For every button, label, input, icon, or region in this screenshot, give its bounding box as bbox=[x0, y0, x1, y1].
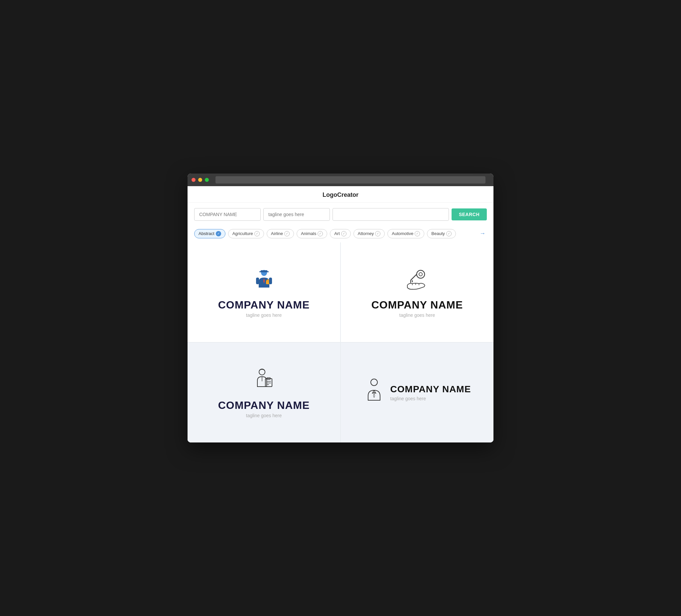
filter-chip-airline[interactable]: Airline ✓ bbox=[267, 229, 294, 238]
filter-label: Art bbox=[334, 231, 340, 236]
logo-card-3[interactable]: COMPANY NAME tagline goes here bbox=[187, 343, 340, 442]
filter-chip-beauty[interactable]: Beauty ✓ bbox=[427, 229, 456, 238]
filter-label: Airline bbox=[271, 231, 283, 236]
logo-tagline-2: tagline goes here bbox=[399, 312, 435, 318]
filter-chip-animals[interactable]: Animals ✓ bbox=[297, 229, 327, 238]
svg-rect-8 bbox=[269, 278, 272, 284]
app-content: LogoCreator SEARCH Abstract ✓ Agricultur… bbox=[187, 186, 494, 442]
tagline-input[interactable] bbox=[263, 208, 330, 221]
logo-icon-2 bbox=[402, 267, 432, 293]
minimize-button[interactable] bbox=[198, 178, 202, 182]
check-icon-automotive: ✓ bbox=[415, 231, 420, 236]
filter-label: Agriculture bbox=[232, 231, 253, 236]
svg-marker-25 bbox=[373, 392, 375, 397]
svg-line-11 bbox=[411, 274, 417, 280]
check-icon-beauty: ✓ bbox=[446, 231, 452, 236]
logo-icon-4 bbox=[363, 378, 385, 403]
filter-label: Animals bbox=[301, 231, 316, 236]
logo-company-name-3: COMPANY NAME bbox=[218, 399, 310, 412]
filter-next-arrow[interactable]: → bbox=[478, 229, 487, 238]
search-button[interactable]: SEARCH bbox=[452, 208, 487, 221]
filter-bar: Abstract ✓ Agriculture ✓ Airline ✓ Anima… bbox=[187, 226, 494, 242]
logo-company-name-1: COMPANY NAME bbox=[218, 299, 310, 311]
check-icon-attorney: ✓ bbox=[375, 231, 380, 236]
check-icon-animals: ✓ bbox=[318, 231, 323, 236]
filter-label: Attorney bbox=[358, 231, 374, 236]
svg-point-9 bbox=[417, 270, 425, 278]
filter-chip-art[interactable]: Art ✓ bbox=[330, 229, 351, 238]
app-title: LogoCreator bbox=[323, 191, 358, 198]
url-bar[interactable] bbox=[216, 176, 485, 183]
filter-chip-attorney[interactable]: Attorney ✓ bbox=[353, 229, 385, 238]
check-icon-agriculture: ✓ bbox=[254, 231, 260, 236]
logo-tagline-1: tagline goes here bbox=[246, 312, 282, 318]
svg-point-10 bbox=[419, 273, 422, 276]
logo-icon-1 bbox=[251, 267, 277, 293]
check-icon-abstract: ✓ bbox=[216, 231, 221, 236]
svg-rect-2 bbox=[259, 271, 269, 272]
browser-titlebar bbox=[187, 174, 494, 186]
svg-point-24 bbox=[371, 379, 377, 386]
logo-company-name-2: COMPANY NAME bbox=[372, 299, 463, 311]
logo-tagline-3: tagline goes here bbox=[246, 413, 282, 418]
filter-chip-agriculture[interactable]: Agriculture ✓ bbox=[228, 229, 264, 238]
filter-chip-automotive[interactable]: Automotive ✓ bbox=[387, 229, 424, 238]
filter-label: Automotive bbox=[392, 231, 413, 236]
logo-text-block-4: COMPANY NAME tagline goes here bbox=[390, 384, 471, 401]
extra-search-input[interactable] bbox=[332, 208, 449, 221]
company-name-input[interactable] bbox=[194, 208, 261, 221]
filter-chip-abstract[interactable]: Abstract ✓ bbox=[194, 229, 225, 238]
maximize-button[interactable] bbox=[205, 178, 209, 182]
filter-label: Beauty bbox=[431, 231, 445, 236]
logo-tagline-4: tagline goes here bbox=[390, 396, 471, 401]
logo-card-2[interactable]: COMPANY NAME tagline goes here bbox=[341, 242, 494, 342]
logo-card-1[interactable]: COMPANY NAME tagline goes here bbox=[187, 242, 340, 342]
svg-rect-7 bbox=[256, 278, 259, 284]
logo-company-name-4: COMPANY NAME bbox=[390, 384, 471, 394]
close-button[interactable] bbox=[192, 178, 196, 182]
check-icon-art: ✓ bbox=[341, 231, 347, 236]
app-header: LogoCreator bbox=[187, 186, 494, 203]
filter-label: Abstract bbox=[199, 231, 215, 236]
logo-card-4[interactable]: COMPANY NAME tagline goes here bbox=[341, 343, 494, 442]
logo-grid: COMPANY NAME tagline goes here bbox=[187, 242, 494, 442]
search-bar: SEARCH bbox=[187, 203, 494, 226]
browser-window: LogoCreator SEARCH Abstract ✓ Agricultur… bbox=[187, 174, 494, 442]
logo-icon-3 bbox=[251, 367, 277, 394]
check-icon-airline: ✓ bbox=[284, 231, 289, 236]
